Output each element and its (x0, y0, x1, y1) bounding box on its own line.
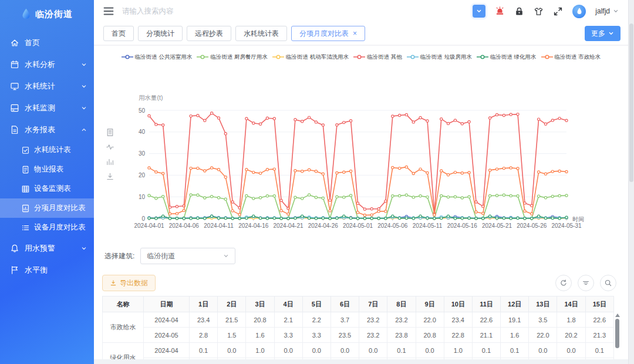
lock-icon[interactable] (514, 6, 524, 16)
legend-item[interactable]: 临汾街道 垃圾房用水 (407, 53, 472, 61)
bar-chart-icon[interactable] (106, 157, 114, 166)
table-row: 2024-052.81.51.63.33.323.523.223.820.822… (103, 328, 614, 343)
row-name-cell: 市政给水 (103, 312, 144, 343)
sidebar-subitem[interactable]: 分项月度对比表 (0, 198, 94, 218)
content: 临汾街道 公共浴室用水临汾街道 厨房餐厅用水临汾街道 机动车清洗用水临汾街道 其… (94, 46, 628, 359)
svg-text:2024-05-11: 2024-05-11 (413, 223, 443, 229)
chevron-down-icon (81, 62, 87, 68)
chart-area: 用水量(t)010203040502024-04-012024-04-06202… (102, 65, 620, 236)
tab[interactable]: 水耗统计表 (235, 26, 287, 41)
sidebar-item[interactable]: 水平衡 (0, 259, 94, 281)
tab[interactable]: 首页 (103, 26, 134, 41)
shortcut-dropdown-button[interactable] (473, 5, 485, 18)
building-select-label: 选择建筑: (104, 251, 134, 261)
legend-item[interactable]: 临汾街道 厨房餐厅用水 (197, 53, 268, 61)
table-header-row: 名称日期1日2日3日4日5日6日7日8日9日10日11日12日13日14日15日 (103, 296, 614, 312)
table-row (103, 358, 614, 360)
svg-text:50: 50 (139, 107, 146, 114)
chevron-up-icon (81, 127, 87, 133)
svg-text:40: 40 (139, 129, 146, 135)
legend-marker-icon (477, 55, 488, 59)
doc-edit-icon (21, 146, 30, 154)
search-input[interactable] (122, 7, 251, 15)
sidebar: 临汾街道 首页水耗分析水耗统计水耗监测水务报表水耗统计表物业报表设备监测表分项月… (0, 0, 94, 364)
chart-canvas: 用水量(t)010203040502024-04-012024-04-06202… (122, 65, 620, 238)
sidebar-item[interactable]: 用水预警 (0, 237, 94, 259)
table-header-cell: 12日 (501, 296, 529, 312)
svg-text:2024-05-01: 2024-05-01 (343, 223, 373, 229)
svg-text:0: 0 (141, 215, 145, 222)
table-header-cell: 9日 (416, 296, 444, 312)
page-scrollbar[interactable] (628, 0, 634, 364)
theme-icon[interactable] (534, 6, 544, 16)
hamburger-menu-icon[interactable] (103, 6, 114, 16)
sidebar-item[interactable]: 水务报表 (0, 119, 94, 140)
row-date-cell: 2024-05 (144, 328, 190, 343)
tab[interactable]: 分项统计 (138, 26, 183, 41)
table-header-cell: 日期 (144, 296, 190, 312)
table-header-cell: 名称 (103, 296, 144, 312)
table-actions (555, 275, 620, 291)
sidebar-subitem[interactable]: 水耗统计表 (0, 140, 94, 160)
sidebar-item[interactable]: 首页 (0, 32, 94, 53)
legend-item[interactable]: 临汾街道 市政给水 (541, 53, 601, 61)
svg-text:10: 10 (139, 194, 146, 200)
table-scrollbar-thumb[interactable] (615, 319, 619, 348)
refresh-button[interactable] (555, 275, 572, 291)
flag-icon (10, 265, 19, 275)
user-menu[interactable]: jalfjd (595, 7, 619, 15)
svg-text:时间: 时间 (572, 216, 584, 223)
sidebar-subitem[interactable]: 设备月度对比表 (0, 218, 94, 237)
download-icon (110, 279, 117, 287)
alarm-icon[interactable] (495, 6, 505, 16)
scroll-up-arrow-icon[interactable] (615, 314, 620, 317)
table-row: 绿化用水2024-040.10.01.00.00.00.00.00.10.01.… (103, 343, 614, 358)
tab[interactable]: 分项月度对比表× (291, 26, 365, 41)
sidebar-item[interactable]: 水耗监测 (0, 97, 94, 119)
row-name-cell: 绿化用水 (103, 343, 144, 360)
app-root: 临汾街道 首页水耗分析水耗统计水耗监测水务报表水耗统计表物业报表设备监测表分项月… (0, 0, 634, 364)
more-button[interactable]: 更多 (585, 26, 620, 41)
close-tab-icon[interactable]: × (353, 30, 357, 37)
doc-icon (21, 165, 30, 174)
data-view-icon[interactable] (106, 128, 114, 137)
tab[interactable]: 远程抄表 (187, 26, 231, 41)
chevron-down-icon (223, 253, 229, 259)
legend-marker-icon (122, 55, 133, 59)
legend-item[interactable]: 临汾街道 其他 (353, 53, 402, 61)
sidebar-item[interactable]: 水耗统计 (0, 75, 94, 97)
column-settings-button[interactable] (578, 275, 594, 291)
avatar[interactable] (572, 5, 586, 18)
legend-marker-icon (353, 55, 365, 59)
svg-text:2024-05-16: 2024-05-16 (447, 223, 478, 229)
building-select[interactable]: 临汾街道 (140, 248, 235, 264)
table-row: 市政给水2024-0423.421.520.82.12.23.723.223.2… (103, 312, 614, 328)
table-header-cell: 2日 (218, 296, 246, 312)
row-date-cell (144, 358, 190, 360)
calendar-icon (10, 60, 19, 69)
open-tabs: 首页分项统计远程抄表水耗统计表分项月度对比表× (103, 26, 365, 41)
export-data-button[interactable]: 导出数据 (102, 275, 156, 291)
legend-item[interactable]: 临汾街道 公共浴室用水 (122, 53, 193, 61)
line-chart-icon[interactable] (106, 143, 114, 151)
svg-text:2024-05-06: 2024-05-06 (377, 223, 408, 229)
fullscreen-icon[interactable] (553, 6, 563, 16)
app-logo: 临汾街道 (0, 0, 94, 28)
topbar: jalfjd (94, 0, 628, 22)
svg-text:2024-04-21: 2024-04-21 (273, 223, 303, 229)
svg-text:2024-04-16: 2024-04-16 (238, 223, 269, 229)
sidebar-item[interactable]: 水耗分析 (0, 53, 94, 75)
legend-item[interactable]: 临汾街道 机动车清洗用水 (272, 53, 349, 61)
save-image-icon[interactable] (106, 172, 114, 181)
sidebar-subitem[interactable]: 设备监测表 (0, 179, 94, 198)
page-scrollbar-thumb[interactable] (629, 23, 633, 182)
search-table-button[interactable] (600, 275, 616, 291)
table-header-cell: 7日 (359, 296, 387, 312)
tabbar: 首页分项统计远程抄表水耗统计表分项月度对比表× 更多 (94, 22, 628, 46)
legend-item[interactable]: 临汾街道 绿化用水 (477, 53, 537, 61)
table-scrollbar[interactable] (615, 312, 620, 359)
chevron-down-icon (81, 105, 87, 111)
table-header-cell: 3日 (246, 296, 274, 312)
sidebar-subitem[interactable]: 物业报表 (0, 160, 94, 179)
table-header-cell: 6日 (331, 296, 359, 312)
